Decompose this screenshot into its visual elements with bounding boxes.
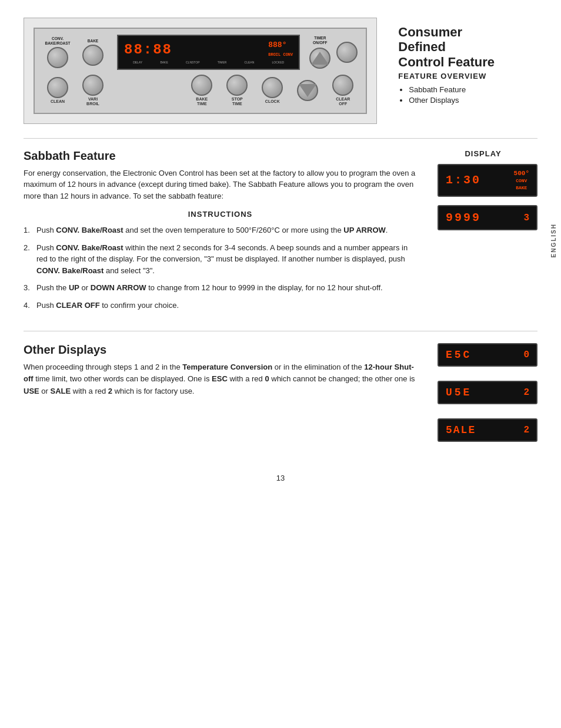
other-displays-text: When proceeding through steps 1 and 2 in… bbox=[24, 361, 417, 397]
clock-knob bbox=[262, 77, 283, 98]
arrow-down-knob bbox=[297, 80, 318, 101]
sabbath-display-column: DISPLAY 1:30 500°CONVBAKE 9999 3 bbox=[429, 149, 537, 317]
knob-clean: CLEAN bbox=[43, 77, 72, 104]
timer-label: TIMERON/OFF bbox=[313, 36, 328, 45]
timer-arrow-group: TIMERON/OFF bbox=[309, 36, 330, 69]
lcd-text-sale: 5ALE bbox=[446, 424, 476, 436]
knob1 bbox=[47, 47, 68, 68]
feature-overview-box: Consumer Defined Control Feature FEATURE… bbox=[389, 18, 537, 124]
clean-label: CLEAN bbox=[51, 99, 65, 104]
oven-top-row: CONV.BAKE/ROAST BAKE 88:88 888°BROIL CON… bbox=[43, 35, 358, 70]
sabbath-section: Sabbath Feature For energy conservation,… bbox=[24, 149, 537, 317]
other-displays-title: Other Displays bbox=[24, 343, 417, 357]
lcd-text-esc: E5C bbox=[446, 349, 472, 361]
lcd-text-use: U5E bbox=[446, 387, 472, 398]
knob2 bbox=[82, 45, 103, 66]
oven-bottom-row: CLEAN VARIBROIL BAKETIME STOPTIME bbox=[43, 75, 358, 107]
knob-vari-broil: VARIBROIL bbox=[78, 75, 108, 107]
btn-stop-time: STOPTIME bbox=[222, 75, 252, 107]
divider-top bbox=[24, 138, 537, 139]
instructions-title: INSTRUCTIONS bbox=[24, 210, 417, 219]
lcd-number-use: 2 bbox=[523, 387, 529, 398]
btn-clear-off: CLEAROFF bbox=[328, 75, 358, 107]
step-4: 4. Push CLEAR OFF to confirm your choice… bbox=[24, 300, 417, 311]
stop-time-knob bbox=[226, 75, 248, 96]
oven-display: 88:88 888°BROIL CONV DELAY BAKE CLNSTOP … bbox=[117, 35, 300, 70]
page-number: 13 bbox=[24, 474, 537, 482]
bake-time-knob bbox=[191, 75, 212, 96]
vari-broil-knob bbox=[82, 75, 103, 96]
bake-time-label: BAKETIME bbox=[196, 97, 208, 107]
feature-overview-subtitle: FEATURE OVERVIEW bbox=[398, 72, 528, 80]
oven-inner: CONV.BAKE/ROAST BAKE 88:88 888°BROIL CON… bbox=[34, 28, 367, 114]
step-1: 1. Push CONV. Bake/Roast and set the ove… bbox=[24, 224, 417, 236]
lcd-text-2: 9999 bbox=[446, 211, 481, 224]
lcd-display-use: U5E 2 bbox=[438, 381, 537, 404]
knob-top-right bbox=[336, 42, 358, 63]
clock-label: CLOCK bbox=[265, 99, 280, 104]
top-section: CONV.BAKE/ROAST BAKE 88:88 888°BROIL CON… bbox=[24, 18, 537, 124]
feature-item-other: Other Displays bbox=[409, 96, 528, 105]
sabbath-content: Sabbath Feature For energy conservation,… bbox=[24, 149, 417, 317]
lcd-text-1: 1:30 bbox=[446, 173, 481, 187]
divider-middle bbox=[24, 331, 537, 331]
stop-time-label: STOPTIME bbox=[232, 97, 243, 107]
other-displays-section: Other Displays When proceeding through s… bbox=[24, 343, 537, 450]
arrow-up-knob bbox=[309, 48, 330, 69]
knob1-label: CONV.BAKE/ROAST bbox=[45, 36, 71, 46]
btn-arrow-down bbox=[293, 80, 322, 101]
knob-bake: BAKE bbox=[78, 39, 108, 66]
clear-off-knob bbox=[332, 75, 353, 96]
sabbath-intro: For energy conservation, the Electronic … bbox=[24, 167, 417, 202]
feature-overview-list: Sabbath Feature Other Displays bbox=[398, 85, 528, 105]
instructions-list: 1. Push CONV. Bake/Roast and set the ove… bbox=[24, 224, 417, 311]
knob2-label: BAKE bbox=[88, 39, 98, 43]
display-row: 88:88 888°BROIL CONV bbox=[124, 41, 293, 58]
lcd-display-esc: E5C 0 bbox=[438, 343, 537, 367]
clear-off-label: CLEAROFF bbox=[336, 97, 350, 107]
step-3: 3. Push the UP or DOWN ARROW to change f… bbox=[24, 282, 417, 294]
lcd-display-2: 9999 3 bbox=[438, 205, 537, 230]
other-displays-column: E5C 0 U5E 2 5ALE 2 bbox=[429, 343, 537, 450]
arrow-down-icon bbox=[299, 84, 316, 97]
arrow-up-icon bbox=[311, 52, 329, 65]
lcd-display-sale: 5ALE 2 bbox=[438, 418, 537, 442]
lcd-display-1: 1:30 500°CONVBAKE bbox=[438, 164, 537, 197]
english-sidebar: ENGLISH bbox=[550, 223, 561, 257]
lcd-number-esc: 0 bbox=[523, 350, 529, 360]
knob-conv-bake-roast: CONV.BAKE/ROAST bbox=[43, 36, 72, 69]
display-column-title: DISPLAY bbox=[429, 149, 537, 158]
other-displays-content: Other Displays When proceeding through s… bbox=[24, 343, 417, 450]
oven-panel: CONV.BAKE/ROAST BAKE 88:88 888°BROIL CON… bbox=[24, 18, 377, 124]
lcd-small-1: 500°CONVBAKE bbox=[514, 170, 529, 191]
btn-clock: CLOCK bbox=[258, 77, 287, 104]
display-time-text: 88:88 bbox=[124, 42, 172, 58]
lcd-number-sale: 2 bbox=[523, 425, 529, 435]
lcd-number-2: 3 bbox=[523, 213, 529, 223]
display-sub-labels: DELAY BAKE CLNSTOP TIMER CLEAN LOCKED bbox=[124, 61, 293, 64]
btn-bake-time: BAKETIME bbox=[187, 75, 216, 107]
feature-item-sabbath: Sabbath Feature bbox=[409, 85, 528, 94]
vari-broil-label: VARIBROIL bbox=[86, 97, 99, 107]
step-2: 2. Push CONV. Bake/Roast within the next… bbox=[24, 242, 417, 277]
sabbath-title: Sabbath Feature bbox=[24, 149, 417, 163]
feature-overview-title: Consumer Defined Control Feature bbox=[398, 25, 528, 69]
display-small-text: 888°BROIL CONV bbox=[268, 41, 293, 58]
clean-knob bbox=[47, 77, 68, 98]
page: CONV.BAKE/ROAST BAKE 88:88 888°BROIL CON… bbox=[0, 0, 561, 728]
